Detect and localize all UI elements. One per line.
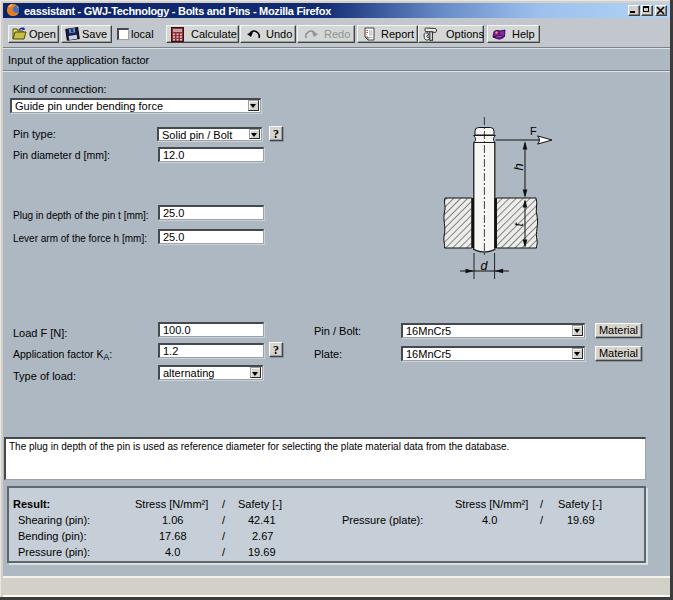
svg-text:d: d — [481, 259, 489, 273]
svg-text:F: F — [530, 125, 537, 137]
svg-text:h: h — [511, 163, 526, 170]
